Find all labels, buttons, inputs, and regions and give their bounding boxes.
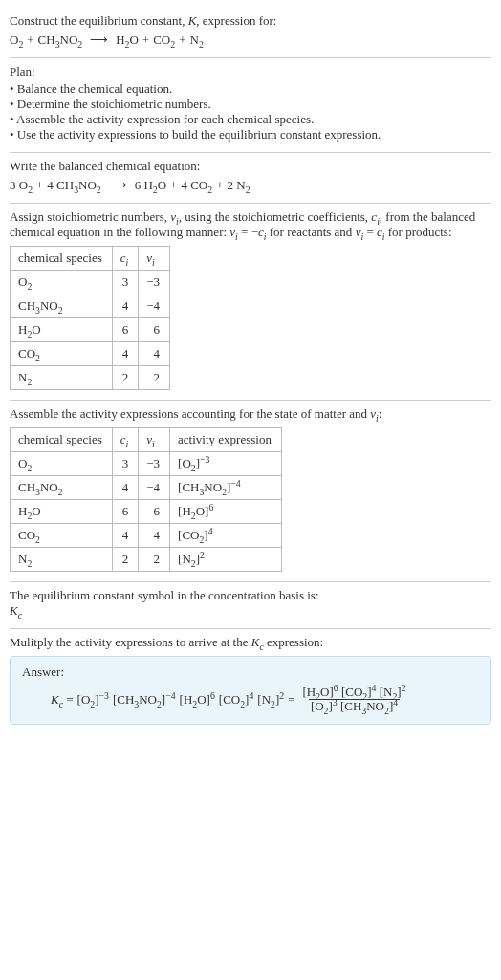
plan-item: Determine the stoichiometric numbers. <box>10 97 491 112</box>
cell-nui: 6 <box>139 500 170 524</box>
table-row: CH3NO2 4 −4 [CH3NO2]−4 <box>11 476 282 500</box>
cell-nui: −4 <box>139 294 170 318</box>
cell-nui: 2 <box>139 548 170 572</box>
plus-icon: + <box>36 178 43 193</box>
plus-icon: + <box>216 178 223 193</box>
activity-header: Assemble the activity expressions accoun… <box>10 406 491 422</box>
cell-activity: [O2]−3 <box>170 452 282 476</box>
product-n2: N2 <box>189 33 203 48</box>
bal-product-co2: 4 CO2 <box>181 178 212 193</box>
arrow-icon: ⟶ <box>86 33 112 48</box>
cell-ci: 4 <box>112 294 139 318</box>
plan-item: Use the activity expressions to build th… <box>10 127 491 142</box>
prompt-text-b: , expression for: <box>196 13 276 28</box>
plan-item: Assemble the activity expression for eac… <box>10 112 491 127</box>
cell-species: N2 <box>11 548 113 572</box>
cell-nui: 4 <box>139 342 170 366</box>
answer-box: Answer: Kc = [O2]−3 [CH3NO2]−4 [H2O]6 [C… <box>10 656 491 725</box>
term-o2: [O2]−3 <box>77 692 109 708</box>
cell-ci: 4 <box>112 524 139 548</box>
col-nui: νi <box>139 247 170 271</box>
cell-nui: −4 <box>139 476 170 500</box>
col-species: chemical species <box>11 428 113 452</box>
plan-item: Balance the chemical equation. <box>10 81 491 97</box>
cell-species: CH3NO2 <box>11 294 113 318</box>
cell-species: O2 <box>11 452 113 476</box>
cell-species: CO2 <box>11 524 113 548</box>
cell-nui: 2 <box>139 366 170 390</box>
cell-nui: 4 <box>139 524 170 548</box>
col-ci: ci <box>112 247 139 271</box>
balanced-equation: 3 O2 + 4 CH3NO2 ⟶ 6 H2O + 4 CO2 + 2 N2 <box>10 178 491 193</box>
stoich-table: chemical species ci νi O2 3 −3 CH3NO2 4 … <box>10 246 170 390</box>
term-co2: [CO2]4 <box>219 692 254 708</box>
reactant-ch3no2: CH3NO2 <box>38 33 83 48</box>
answer-label: Answer: <box>22 664 479 680</box>
equals-sign: = <box>288 692 294 708</box>
cell-ci: 6 <box>112 500 139 524</box>
cell-ci: 3 <box>112 452 139 476</box>
table-header-row: chemical species ci νi activity expressi… <box>11 428 282 452</box>
plan-list: Balance the chemical equation. Determine… <box>10 81 491 142</box>
activity-table: chemical species ci νi activity expressi… <box>10 427 282 572</box>
plus-icon: + <box>179 33 185 48</box>
cell-species: CO2 <box>11 342 113 366</box>
reactant-o2: O2 <box>10 33 23 48</box>
product-h2o: H2O <box>116 33 139 48</box>
prompt-line1: Construct the equilibrium constant, K, e… <box>10 13 491 29</box>
table-row: CO2 4 4 [CO2]4 <box>11 524 282 548</box>
cell-species: CH3NO2 <box>11 476 113 500</box>
assign-section: Assign stoichiometric numbers, νi, using… <box>10 204 491 400</box>
kc-expression: Kc = [O2]−3 [CH3NO2]−4 [H2O]6 [CO2]4 [N2… <box>51 686 479 714</box>
cell-ci: 6 <box>112 318 139 342</box>
arrow-icon: ⟶ <box>105 178 131 193</box>
cell-species: N2 <box>11 366 113 390</box>
cell-activity: [H2O]6 <box>170 500 282 524</box>
term-n2: [N2]2 <box>257 692 284 708</box>
prompt-text-a: Construct the equilibrium constant, <box>10 13 188 28</box>
cell-ci: 2 <box>112 548 139 572</box>
col-activity: activity expression <box>170 428 282 452</box>
cell-activity: [CO2]4 <box>170 524 282 548</box>
bal-reactant-o2: 3 O2 <box>10 178 33 193</box>
cell-ci: 3 <box>112 271 139 294</box>
balanced-section: Write the balanced chemical equation: 3 … <box>10 153 491 203</box>
prompt-section: Construct the equilibrium constant, K, e… <box>10 8 491 57</box>
bal-reactant-ch3no2: 4 CH3NO2 <box>47 178 100 193</box>
cell-activity: [N2]2 <box>170 548 282 572</box>
product-co2: CO2 <box>153 33 175 48</box>
cell-nui: 6 <box>139 318 170 342</box>
kc-fraction: [H2O]6 [CO2]4 [N2]2 [O2]3 [CH3NO2]4 <box>300 686 407 714</box>
table-row: CH3NO2 4 −4 <box>11 294 170 318</box>
table-row: N2 2 2 [N2]2 <box>11 548 282 572</box>
cell-activity: [CH3NO2]−4 <box>170 476 282 500</box>
term-ch3no2: [CH3NO2]−4 <box>113 692 176 708</box>
fraction-numerator: [H2O]6 [CO2]4 [N2]2 <box>300 686 407 699</box>
table-row: O2 3 −3 [O2]−3 <box>11 452 282 476</box>
cell-ci: 4 <box>112 476 139 500</box>
unbalanced-equation: O2 + CH3NO2 ⟶ H2O + CO2 + N2 <box>10 33 491 48</box>
table-row: H2O 6 6 [H2O]6 <box>11 500 282 524</box>
cell-species: H2O <box>11 500 113 524</box>
kc-symbol-section: The equilibrium constant symbol in the c… <box>10 582 491 628</box>
table-row: N2 2 2 <box>11 366 170 390</box>
col-nui: νi <box>139 428 170 452</box>
fraction-denominator: [O2]3 [CH3NO2]4 <box>309 699 400 713</box>
plus-icon: + <box>142 33 149 48</box>
kc-symbol-text: The equilibrium constant symbol in the c… <box>10 588 491 603</box>
activity-section: Assemble the activity expressions accoun… <box>10 401 491 581</box>
col-species: chemical species <box>11 247 113 271</box>
cell-ci: 2 <box>112 366 139 390</box>
table-header-row: chemical species ci νi <box>11 247 170 271</box>
cell-species: O2 <box>11 271 113 294</box>
cell-nui: −3 <box>139 452 170 476</box>
table-row: CO2 4 4 <box>11 342 170 366</box>
kc-symbol: Kc <box>10 603 491 619</box>
final-section: Mulitply the activity expressions to arr… <box>10 629 491 729</box>
cell-nui: −3 <box>139 271 170 294</box>
balanced-header: Write the balanced chemical equation: <box>10 159 491 174</box>
kc-lhs: Kc = <box>51 692 74 708</box>
bal-product-n2: 2 N2 <box>227 178 250 193</box>
cell-ci: 4 <box>112 342 139 366</box>
multiply-text: Mulitply the activity expressions to arr… <box>10 635 491 650</box>
